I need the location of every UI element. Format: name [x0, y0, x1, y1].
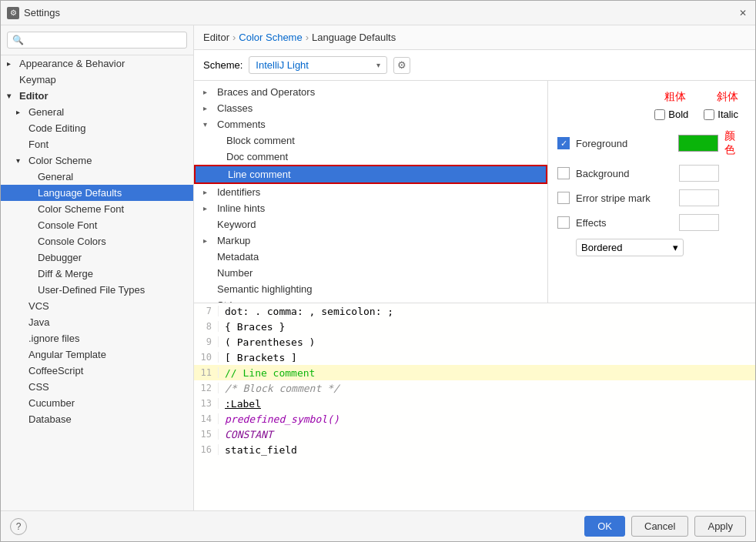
breadcrumb-editor: Editor	[203, 32, 229, 43]
close-button[interactable]: ✕	[737, 7, 749, 19]
code-preview: 7 dot: . comma: , semicolon: ; 8 { Brace…	[194, 303, 755, 510]
help-button[interactable]: ?	[10, 518, 27, 535]
apply-button[interactable]: Apply	[694, 516, 746, 537]
sidebar-item-user-defined[interactable]: User-Defined File Types	[1, 282, 193, 298]
foreground-row: ✓ Foreground 颜色	[557, 129, 746, 157]
tree-node-block-comment[interactable]: Block comment	[194, 132, 547, 149]
scheme-select[interactable]: IntelliJ Light ▾	[249, 56, 387, 74]
error-stripe-checkbox[interactable]	[557, 192, 570, 204]
cancel-button[interactable]: Cancel	[631, 516, 688, 537]
window-title: Settings	[24, 7, 60, 18]
sidebar-item-coffeescript[interactable]: CoffeeScript	[1, 363, 193, 379]
tree-node-metadata[interactable]: Metadata	[194, 249, 547, 265]
node-label: Doc comment	[226, 151, 288, 162]
sidebar-item-console-font[interactable]: Console Font	[1, 217, 193, 233]
tree-node-identifiers[interactable]: ▸ Identifiers	[194, 184, 547, 200]
chevron-down-icon: ▾	[673, 242, 678, 253]
sidebar-item-label: General	[28, 106, 64, 118]
effects-checkbox[interactable]	[557, 216, 570, 229]
bold-checkbox[interactable]	[654, 109, 665, 120]
title-bar: ⚙ Settings ✕	[1, 1, 755, 25]
sidebar-item-ignore[interactable]: .ignore files	[1, 330, 193, 346]
tree-node-inline-hints[interactable]: ▸ Inline hints	[194, 200, 547, 216]
sidebar-item-label: Appearance & Behavior	[19, 58, 125, 69]
sidebar-item-editor[interactable]: ▾ Editor	[1, 88, 193, 104]
italic-checkbox-wrap: Italic	[704, 109, 738, 120]
italic-checkbox[interactable]	[704, 109, 714, 120]
tree-node-doc-comment[interactable]: Doc comment	[194, 149, 547, 165]
sidebar-item-cucumber[interactable]: Cucumber	[1, 395, 193, 411]
arrow-icon: ▸	[7, 59, 16, 68]
node-label: Markup	[217, 235, 250, 246]
tree-node-line-comment[interactable]: Line comment 单行注释	[194, 165, 547, 184]
tree-node-semantic[interactable]: Semantic highlighting	[194, 281, 547, 297]
tree-node-braces[interactable]: ▸ Braces and Operators	[194, 84, 547, 100]
sidebar-item-vcs[interactable]: VCS	[1, 298, 193, 314]
sidebar-item-color-scheme[interactable]: ▾ Color Scheme	[1, 152, 193, 169]
background-checkbox[interactable]	[557, 167, 570, 179]
sidebar-item-label: Cucumber	[28, 397, 75, 409]
sidebar-item-general[interactable]: ▸ General	[1, 104, 193, 120]
sidebar-item-label: General	[38, 171, 73, 182]
effects-label: Effects	[576, 217, 676, 229]
sidebar-item-console-colors[interactable]: Console Colors	[1, 233, 193, 249]
error-stripe-color-swatch[interactable]	[679, 189, 719, 206]
bold-checkbox-wrap: Bold	[654, 109, 688, 120]
breadcrumb-color-scheme[interactable]: Color Scheme	[239, 32, 302, 43]
main-panel: Editor › Color Scheme › Language Default…	[194, 25, 755, 510]
node-label: Line comment	[228, 169, 291, 180]
sidebar-item-angular[interactable]: Angular Template	[1, 346, 193, 363]
tree-node-comments[interactable]: ▾ Comments	[194, 116, 547, 132]
gear-icon: ⚙	[397, 59, 406, 71]
sidebar-item-label: Code Editing	[28, 122, 85, 134]
effects-color-swatch[interactable]	[679, 214, 719, 231]
background-label: Background	[576, 168, 676, 179]
sidebar-item-database[interactable]: Database	[1, 411, 193, 427]
sidebar-item-diff-merge[interactable]: Diff & Merge	[1, 266, 193, 282]
scheme-bar: Scheme: IntelliJ Light ▾ ⚙	[194, 50, 755, 81]
tree-node-keyword[interactable]: Keyword	[194, 216, 547, 233]
sidebar-item-label: User-Defined File Types	[38, 284, 145, 296]
sidebar-item-appearance[interactable]: ▸ Appearance & Behavior	[1, 55, 193, 72]
sidebar-item-language-defaults[interactable]: Language Defaults	[1, 185, 193, 201]
sidebar-item-general-scheme[interactable]: General	[1, 169, 193, 185]
bold-label: Bold	[668, 109, 688, 120]
tree-node-markup[interactable]: ▸ Markup	[194, 233, 547, 249]
sidebar-item-font[interactable]: Font	[1, 136, 193, 152]
code-line-9: 9 ( Parentheses )	[194, 334, 755, 350]
foreground-checkbox[interactable]: ✓	[557, 137, 570, 149]
code-text: static_field	[225, 444, 755, 456]
properties-panel: 粗体 斜体 Bold Italic	[548, 81, 755, 303]
effects-dropdown[interactable]: Bordered ▾	[576, 239, 684, 256]
bold-hint-label: 粗体	[664, 90, 686, 104]
chevron-down-icon: ▾	[376, 61, 380, 69]
split-area: ▸ Braces and Operators ▸ Classes ▾ Comme…	[194, 81, 755, 303]
sidebar-item-label: Font	[28, 139, 49, 150]
tree-node-string[interactable]: ▸ String	[194, 297, 547, 303]
node-label: Number	[217, 267, 253, 279]
node-label: Metadata	[217, 251, 259, 263]
arrow-icon: ▾	[7, 92, 16, 100]
background-color-swatch[interactable]	[679, 165, 719, 182]
search-input[interactable]	[7, 32, 187, 49]
tree-node-number[interactable]: Number	[194, 265, 547, 281]
code-text: CONSTANT	[225, 429, 755, 440]
sidebar-item-label: Diff & Merge	[38, 268, 93, 279]
sidebar-item-label: Console Font	[38, 219, 97, 231]
code-text: // Line comment	[225, 367, 755, 379]
breadcrumb: Editor › Color Scheme › Language Default…	[194, 25, 755, 50]
expand-icon: ▾	[203, 120, 214, 129]
sidebar-item-keymap[interactable]: Keymap	[1, 72, 193, 88]
sidebar-item-code-editing[interactable]: Code Editing	[1, 120, 193, 136]
line-number: 16	[194, 444, 219, 455]
token-tree-panel: ▸ Braces and Operators ▸ Classes ▾ Comme…	[194, 81, 548, 303]
ok-button[interactable]: OK	[584, 516, 625, 537]
sidebar-item-java[interactable]: Java	[1, 314, 193, 330]
sidebar-item-color-scheme-font[interactable]: Color Scheme Font	[1, 201, 193, 217]
scheme-gear-button[interactable]: ⚙	[393, 57, 410, 74]
sidebar-item-debugger[interactable]: Debugger	[1, 249, 193, 266]
code-text: dot: . comma: , semicolon: ;	[225, 306, 755, 317]
foreground-color-swatch[interactable]	[678, 135, 718, 152]
tree-node-classes[interactable]: ▸ Classes	[194, 100, 547, 116]
sidebar-item-css[interactable]: CSS	[1, 379, 193, 395]
